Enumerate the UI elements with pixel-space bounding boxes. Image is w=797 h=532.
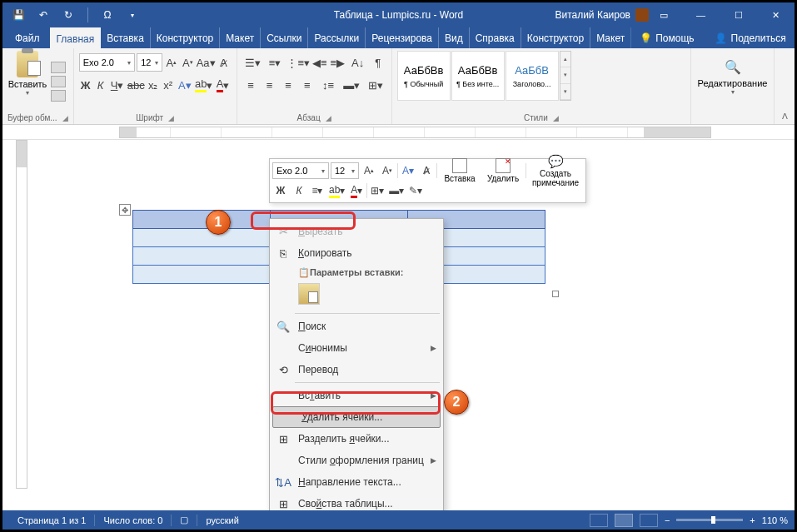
bold-button[interactable]: Ж	[79, 76, 92, 94]
align-left-icon[interactable]: ≡	[242, 76, 260, 94]
ctx-insert[interactable]: Вставить▶	[270, 385, 443, 406]
status-words[interactable]: Число слов: 0	[95, 515, 171, 525]
show-marks-icon[interactable]: ¶	[370, 53, 386, 72]
ribbon-options-icon[interactable]: ▭	[645, 2, 682, 27]
format-painter-icon[interactable]	[51, 90, 66, 102]
horizontal-ruler[interactable]	[2, 125, 795, 140]
ctx-cut[interactable]: ✂Вырезать	[270, 221, 443, 242]
bullets-icon[interactable]: ☰▾	[242, 53, 263, 72]
dialog-launcher-icon[interactable]: ◢	[168, 114, 174, 122]
copy-icon[interactable]	[51, 76, 66, 87]
editing-button[interactable]: 🔍 Редактирование ▾	[696, 51, 769, 121]
style-normal[interactable]: АаБбВв¶ Обычный	[397, 51, 451, 101]
shading-icon[interactable]: ▬▾	[341, 76, 362, 94]
paste-button[interactable]: Вставить ▾	[7, 51, 47, 112]
tab-insert[interactable]: Вставка	[100, 27, 151, 48]
ctx-text-direction[interactable]: ⇅AНаправление текста...	[270, 471, 443, 493]
tab-help[interactable]: Справка	[469, 27, 521, 48]
zoom-in-button[interactable]: +	[750, 515, 755, 525]
strike-button[interactable]: abc	[127, 76, 145, 94]
web-layout-icon[interactable]	[640, 514, 658, 527]
user-badge[interactable]: Виталий Каиров	[555, 8, 649, 22]
omega-icon[interactable]: Ω	[100, 7, 115, 22]
mini-delete-button[interactable]: ✕Удалить	[482, 158, 524, 183]
table-resize-handle-icon[interactable]	[552, 291, 559, 297]
share-button[interactable]: 👤Поделиться	[703, 27, 797, 48]
highlight-icon[interactable]: ab▾	[195, 76, 212, 94]
tab-design[interactable]: Конструктор	[150, 27, 220, 48]
collapse-ribbon-icon[interactable]: ᐱ	[775, 48, 795, 124]
paste-option-icon[interactable]	[298, 283, 320, 305]
indent-icon[interactable]: ≡▶	[330, 53, 346, 72]
status-proof-icon[interactable]: ▢	[172, 515, 197, 525]
ctx-search[interactable]: 🔍Поиск	[270, 316, 443, 337]
mini-border-icon[interactable]: ⊞▾	[369, 182, 386, 199]
mini-italic[interactable]: К	[291, 182, 307, 199]
tell-me[interactable]: 💡Помощь	[631, 27, 702, 48]
mini-grow-icon[interactable]: A▴	[361, 162, 377, 179]
mini-bold[interactable]: Ж	[272, 182, 289, 199]
mini-pen-icon[interactable]: ✎▾	[407, 182, 424, 199]
sort-icon[interactable]: A↓	[347, 53, 368, 72]
undo-icon[interactable]: ↶	[36, 7, 51, 22]
change-case-icon[interactable]: Aa▾	[197, 53, 215, 72]
italic-button[interactable]: К	[94, 76, 107, 94]
justify-icon[interactable]: ≡	[298, 76, 316, 94]
qat-dropdown-icon[interactable]: ▾	[125, 7, 140, 22]
zoom-out-button[interactable]: −	[665, 515, 670, 525]
mini-insert-button[interactable]: Вставка	[439, 158, 481, 183]
tab-view[interactable]: Вид	[438, 27, 470, 48]
ctx-copy[interactable]: ⎘Копировать	[270, 242, 443, 264]
mini-styles-icon[interactable]: A▾	[400, 162, 416, 179]
dialog-launcher-icon[interactable]: ◢	[553, 114, 559, 122]
cut-icon[interactable]	[51, 62, 66, 73]
print-layout-icon[interactable]	[615, 514, 633, 527]
font-size-combo[interactable]: 12▾	[137, 53, 162, 72]
mini-font-color-icon[interactable]: A▾	[348, 182, 365, 199]
vertical-ruler[interactable]	[16, 140, 27, 489]
mini-font-combo[interactable]: Exo 2.0▾	[272, 162, 329, 179]
style-no-spacing[interactable]: АаБбВв¶ Без инте...	[451, 51, 505, 101]
font-name-combo[interactable]: Exo 2.0▾	[79, 53, 136, 72]
tab-layout[interactable]: Макет	[219, 27, 261, 48]
numbering-icon[interactable]: ≡▾	[265, 53, 286, 72]
minimize-button[interactable]: —	[682, 2, 720, 27]
maximize-button[interactable]: ☐	[720, 2, 757, 27]
borders-icon[interactable]: ⊞▾	[364, 76, 386, 94]
outdent-icon[interactable]: ◀≡	[311, 53, 328, 72]
ctx-split-cells[interactable]: ⊞Разделить ячейки...	[270, 428, 443, 450]
read-mode-icon[interactable]	[590, 514, 608, 527]
subscript-button[interactable]: x₂	[147, 76, 160, 94]
mini-size-combo[interactable]: 12▾	[331, 162, 359, 179]
ctx-delete-cells[interactable]: Удалить ячейки...	[272, 406, 441, 428]
mini-shrink-icon[interactable]: A▾	[379, 162, 396, 179]
tab-references[interactable]: Ссылки	[260, 27, 308, 48]
ctx-synonyms[interactable]: Синонимы▶	[270, 337, 443, 359]
align-center-icon[interactable]: ≡	[261, 76, 278, 94]
table-move-handle-icon[interactable]: ✥	[119, 204, 131, 216]
close-button[interactable]: ✕	[757, 2, 795, 27]
dialog-launcher-icon[interactable]: ◢	[62, 114, 68, 122]
tab-review[interactable]: Рецензирова	[365, 27, 439, 48]
tab-table-design[interactable]: Конструктор	[521, 27, 590, 48]
document-area[interactable]: ✥ Exo 2.0▾ 12▾ A▴ A▾ A▾ A̷ Вставка ✕Удал…	[2, 140, 795, 489]
status-language[interactable]: русский	[197, 515, 247, 525]
tab-table-layout[interactable]: Макет	[590, 27, 631, 48]
status-page[interactable]: Страница 1 из 1	[9, 515, 94, 525]
style-gallery[interactable]: АаБбВв¶ Обычный АаБбВв¶ Без инте... АаБб…	[397, 51, 571, 101]
shrink-font-icon[interactable]: A▾	[181, 53, 196, 72]
clear-format-icon[interactable]: A̷	[217, 53, 232, 72]
redo-icon[interactable]: ↻	[61, 7, 76, 22]
dialog-launcher-icon[interactable]: ◢	[326, 114, 331, 122]
save-icon[interactable]: 💾	[11, 7, 26, 22]
underline-button[interactable]: Ч▾	[109, 76, 126, 94]
grow-font-icon[interactable]: A▴	[164, 53, 179, 72]
tab-home[interactable]: Главная	[50, 27, 102, 48]
zoom-level[interactable]: 110 %	[762, 515, 788, 525]
ctx-translate[interactable]: ⟲Перевод	[270, 359, 443, 380]
tab-mailings[interactable]: Рассылки	[307, 27, 366, 48]
zoom-slider[interactable]	[676, 519, 743, 521]
tab-file[interactable]: Файл	[5, 27, 51, 48]
font-color-icon[interactable]: A▾	[214, 76, 231, 94]
mini-clear-icon[interactable]: A̷	[418, 162, 435, 179]
